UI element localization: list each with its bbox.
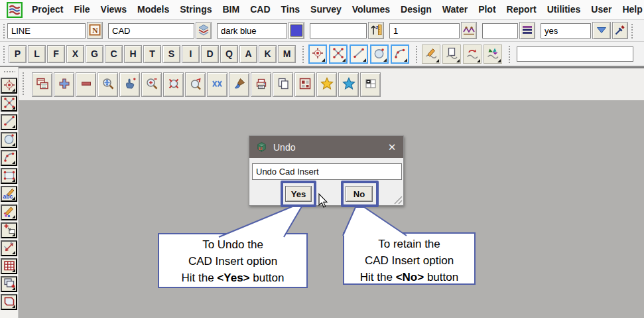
menu-item-project[interactable]: Project [27, 0, 68, 19]
height-input[interactable] [310, 23, 367, 39]
button-plot[interactable] [251, 72, 271, 97]
snap-toggle-p[interactable]: P [9, 45, 27, 63]
button-create-point[interactable] [1, 78, 17, 94]
button-remove-view[interactable] [76, 72, 96, 97]
snap-toggle-l[interactable]: L [28, 45, 46, 63]
button-copy-view[interactable] [273, 72, 293, 97]
snap-toggle-c[interactable]: C [105, 45, 123, 63]
button-edit-text[interactable] [1, 204, 17, 220]
button-duplicate-view[interactable] [1, 276, 17, 292]
textstyle-N-button[interactable]: N [87, 22, 103, 39]
weight-zigzag-button[interactable] [461, 22, 477, 39]
button-create-line[interactable] [1, 114, 17, 130]
snap-toggle-g[interactable]: G [86, 45, 103, 63]
menu-item-plot[interactable]: Plot [473, 0, 501, 19]
toolbar-grip[interactable] [2, 23, 5, 39]
button-zoom-in-out[interactable] [141, 72, 162, 97]
snap-toggle-i[interactable]: I [182, 45, 200, 63]
linestyle-input[interactable] [482, 23, 518, 39]
snap-toggle-t[interactable]: T [143, 45, 161, 63]
menu-item-water[interactable]: Water [437, 0, 473, 19]
button-create-polygon[interactable] [1, 294, 17, 310]
menu-item-user[interactable]: User [586, 0, 617, 19]
visible-input[interactable] [541, 23, 591, 39]
menu-item-views[interactable]: Views [96, 0, 132, 19]
yes-button[interactable]: Yes [285, 186, 312, 202]
menu-item-design[interactable]: Design [395, 0, 437, 19]
menu-item-help[interactable]: Help [617, 0, 644, 19]
toolbar-grip[interactable] [630, 23, 633, 39]
visible-dropdown-button[interactable] [592, 22, 611, 39]
button-zoom-shrink[interactable] [163, 72, 184, 97]
button-create-rectangle[interactable] [1, 168, 17, 184]
button-page-string[interactable] [442, 44, 461, 64]
menu-item-utilities[interactable]: Utilities [542, 0, 586, 19]
button-insert-symbol[interactable] [1, 222, 17, 238]
button-delete-view[interactable] [207, 72, 227, 97]
button-new-view[interactable] [32, 72, 52, 97]
snap-toggle-x[interactable]: X [66, 45, 84, 63]
button-draw-circle[interactable] [370, 44, 389, 64]
menu-item-cad[interactable]: CAD [245, 0, 275, 19]
snap-toggle-s[interactable]: S [162, 45, 180, 63]
dialog-resize-grip[interactable] [393, 195, 403, 204]
menu-item-models[interactable]: Models [132, 0, 174, 19]
button-favourite-star-blue[interactable] [338, 72, 359, 97]
snap-toggle-k[interactable]: K [259, 45, 277, 63]
undo-dialog-titlebar[interactable]: 12 Undo ✕ [249, 136, 403, 158]
name-input[interactable] [7, 23, 86, 39]
linestyle-button[interactable] [519, 22, 535, 39]
button-create-arc[interactable] [1, 150, 17, 166]
model-layers-button[interactable] [196, 22, 212, 39]
button-draw-arc[interactable] [391, 44, 409, 64]
button-measure[interactable] [1, 240, 17, 256]
button-reverse-string[interactable] [463, 44, 482, 64]
drawing-canvas[interactable] [19, 100, 644, 318]
undo-message-field[interactable] [252, 163, 402, 180]
weight-input[interactable] [389, 23, 460, 39]
menu-item-strings[interactable]: Strings [174, 0, 217, 19]
toolbar-grip[interactable] [2, 44, 5, 63]
button-redraw[interactable] [229, 72, 249, 97]
no-button[interactable]: No [346, 186, 373, 202]
button-favourite-star-yellow[interactable] [316, 72, 337, 97]
button-create-circle[interactable] [1, 132, 17, 148]
menu-item-report[interactable]: Report [501, 0, 542, 19]
model-input[interactable] [108, 23, 194, 39]
toolbar-grip[interactable] [507, 44, 511, 63]
button-edit-pencil-string[interactable] [422, 44, 440, 64]
snap-toggle-a[interactable]: A [239, 45, 257, 63]
cad-command-input[interactable] [517, 46, 633, 62]
button-view-manager[interactable] [294, 72, 315, 97]
button-grid-table[interactable] [1, 258, 17, 274]
menu-item-file[interactable]: File [68, 0, 95, 19]
snap-toggle-m[interactable]: M [278, 45, 296, 63]
button-window-layout[interactable] [360, 72, 381, 97]
menu-item-tins[interactable]: Tins [276, 0, 306, 19]
button-create-cross[interactable] [1, 96, 17, 112]
menu-item-volumes[interactable]: Volumes [347, 0, 395, 19]
button-draw-line[interactable] [350, 44, 368, 64]
button-zoom-extents[interactable] [97, 72, 118, 97]
toolbar-grip[interactable] [301, 44, 304, 63]
eyedropper-button[interactable] [612, 22, 628, 39]
menu-item-bim[interactable]: BIM [218, 0, 245, 19]
snap-toggle-q[interactable]: Q [220, 45, 238, 63]
button-pan[interactable] [119, 72, 140, 97]
button-draw-cross[interactable] [329, 44, 348, 64]
toolbar-grip[interactable] [21, 71, 25, 95]
height-ruler-button[interactable]: z [368, 22, 384, 39]
colour-input[interactable] [217, 23, 287, 39]
button-draw-point[interactable] [308, 44, 327, 64]
snap-toggle-h[interactable]: H [124, 45, 142, 63]
button-create-text[interactable]: abc [1, 186, 17, 202]
button-zoom-previous[interactable] [185, 72, 206, 97]
menu-item-survey[interactable]: Survey [305, 0, 347, 19]
toolbar-grip[interactable] [3, 70, 15, 74]
button-add-view[interactable] [54, 72, 74, 97]
colour-swatch-button[interactable] [289, 22, 304, 39]
button-explode-string[interactable] [483, 44, 502, 64]
snap-toggle-d[interactable]: D [201, 45, 219, 63]
close-icon[interactable]: ✕ [382, 138, 402, 157]
toolbar-grip[interactable] [415, 44, 418, 63]
